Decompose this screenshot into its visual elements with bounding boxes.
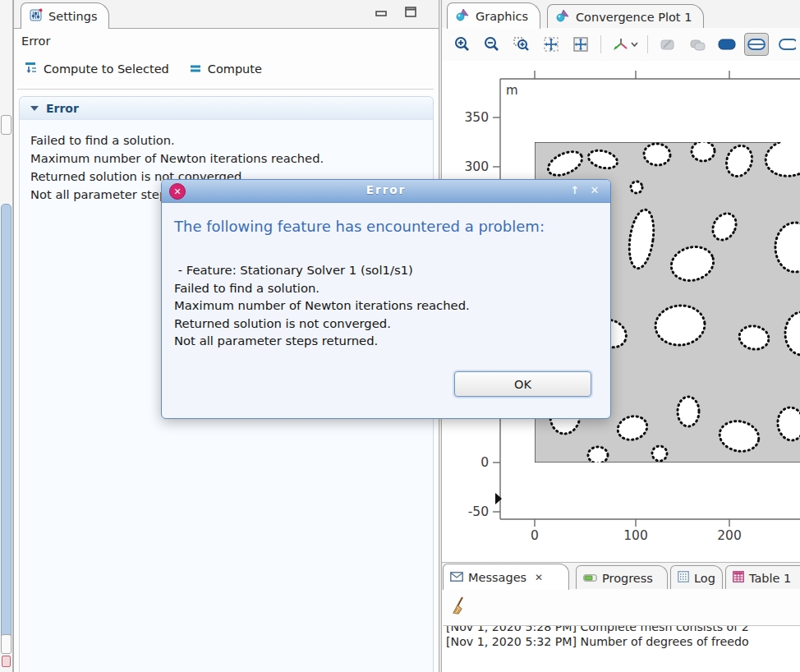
message-line: [Nov 1, 2020 5:32 PM] Number of degrees …	[446, 634, 800, 649]
error-section-header[interactable]: Error	[20, 97, 433, 120]
dialog-body-line: Maximum number of Newton iterations reac…	[174, 297, 470, 315]
tab-graphics[interactable]: Graphics	[447, 2, 540, 29]
progress-bar-icon	[583, 572, 597, 585]
dialog-body-line: Not all parameter steps returned.	[174, 332, 470, 350]
snapshot-button-disabled	[655, 33, 680, 56]
collapse-arrow-icon	[30, 106, 39, 111]
transparency-toggle-icon	[747, 35, 766, 53]
x-tick-label: 100	[623, 528, 648, 543]
tab-convergence-label: Convergence Plot 1	[576, 11, 692, 24]
dialog-body-line: Failed to find a solution.	[174, 279, 470, 297]
tab-messages[interactable]: Messages ✕	[443, 564, 569, 590]
settings-tabbar: Settings	[14, 0, 439, 29]
axis-unit-label: m	[506, 83, 518, 98]
tab-messages-label: Messages	[468, 571, 526, 584]
dialog-body: - Feature: Stationary Solver 1 (sol1/s1)…	[174, 261, 470, 350]
messages-tabbar: Messages ✕ Progress	[442, 563, 800, 590]
y-tick-label: 0	[480, 455, 489, 470]
plot-solid-button[interactable]	[715, 33, 739, 56]
zoom-out-icon	[483, 35, 501, 53]
dialog-heading: The following feature has encountered a …	[174, 218, 545, 235]
compute-to-selected-icon	[25, 61, 38, 77]
clear-messages-button[interactable]	[447, 594, 471, 617]
application-window: Settings Error	[0, 0, 800, 672]
transparency-toggle-button[interactable]	[744, 33, 769, 56]
default-view-axes-icon	[610, 35, 638, 53]
ok-button[interactable]: OK	[454, 371, 591, 397]
error-dialog: ✕ Error ↑ ✕ The following feature has en…	[161, 179, 611, 419]
tab-table-1[interactable]: Table 1	[725, 565, 800, 590]
copy-image-icon	[688, 35, 706, 53]
y-tick-label: -50	[468, 504, 489, 519]
close-tab-icon[interactable]: ✕	[535, 572, 543, 583]
compute-to-selected-button[interactable]: Compute to Selected	[22, 59, 172, 79]
message-line: [Nov 1, 2020 5:28 PM] Complete mesh cons…	[446, 625, 800, 634]
tab-progress[interactable]: Progress	[576, 565, 668, 590]
model-builder-scrollbar[interactable]	[0, 0, 13, 672]
zoom-out-button[interactable]	[480, 33, 504, 56]
scrollbar-thumb[interactable]	[1, 204, 11, 639]
toolbar-separator	[600, 35, 601, 53]
tab-settings-label: Settings	[48, 10, 97, 23]
zoom-in-button[interactable]	[450, 33, 475, 56]
separator	[17, 89, 434, 90]
plot-3d-icon	[556, 9, 570, 25]
messages-log[interactable]: [Nov 1, 2020 5:28 PM] Complete mesh cons…	[443, 625, 800, 672]
tab-convergence-plot[interactable]: Convergence Plot 1	[547, 4, 704, 29]
plot-solid-icon	[717, 35, 737, 53]
messages-toolbar	[442, 589, 800, 625]
compute-icon	[189, 62, 202, 77]
minimize-icon	[375, 10, 388, 18]
toolbar-separator	[647, 35, 648, 53]
dialog-title: Error	[162, 183, 610, 196]
dialog-close-icon[interactable]: ✕	[587, 184, 602, 196]
zoom-in-icon	[453, 35, 471, 53]
error-line: Maximum number of Newton iterations reac…	[30, 150, 426, 168]
tab-graphics-label: Graphics	[476, 10, 528, 23]
log-icon	[678, 571, 689, 585]
dialog-shade-icon[interactable]: ↑	[568, 184, 582, 196]
tab-settings[interactable]: Settings	[21, 2, 109, 29]
compute-label: Compute	[208, 62, 262, 76]
clipped-edge-button[interactable]	[774, 33, 798, 56]
plot-3d-icon	[456, 8, 470, 24]
scrollbar-button-top[interactable]	[1, 115, 11, 135]
x-tick-label: 0	[531, 528, 539, 543]
tab-table-1-label: Table 1	[749, 572, 791, 585]
scrollbar-button-bottom[interactable]	[1, 634, 11, 654]
settings-toolbar: Compute to Selected Compute	[22, 59, 264, 79]
table-icon	[733, 571, 744, 585]
dialog-titlebar[interactable]: ✕ Error ↑ ✕	[162, 180, 610, 203]
zoom-extents-icon	[542, 35, 560, 53]
copy-image-button-disabled	[685, 33, 710, 56]
tab-progress-label: Progress	[602, 572, 653, 585]
compute-to-selected-label: Compute to Selected	[44, 62, 169, 76]
graphics-toolbar	[442, 28, 800, 61]
maximize-panel-button[interactable]	[403, 6, 418, 19]
zoom-to-selection-icon	[572, 35, 590, 53]
minimize-panel-button[interactable]	[374, 7, 389, 21]
default-view-button[interactable]	[609, 33, 640, 56]
graphics-tabbar: Graphics Convergence Plot 1	[442, 0, 800, 29]
dialog-body-line: - Feature: Stationary Solver 1 (sol1/s1)	[174, 261, 470, 279]
broom-icon	[451, 596, 467, 615]
panel-corner-icon	[2, 656, 11, 667]
tab-log[interactable]: Log	[670, 565, 723, 590]
compute-button[interactable]: Compute	[186, 60, 264, 79]
settings-breadcrumb: Error	[21, 35, 50, 48]
envelope-icon	[450, 571, 463, 584]
y-tick-label: 350	[464, 110, 489, 125]
x-tick-label: 200	[717, 528, 742, 543]
messages-panel: Messages ✕ Progress	[441, 562, 800, 672]
axis-marker-icon	[495, 493, 502, 504]
error-section-title: Error	[46, 102, 79, 115]
zoom-to-selection-button[interactable]	[568, 33, 593, 56]
tab-log-label: Log	[694, 572, 715, 585]
zoom-extents-button[interactable]	[539, 33, 563, 56]
error-line: Failed to find a solution.	[30, 131, 426, 150]
settings-icon	[30, 8, 43, 24]
snapshot-icon	[659, 35, 677, 53]
y-tick-label: 300	[464, 159, 489, 174]
zoom-box-button[interactable]	[509, 33, 534, 56]
clipped-edge-icon	[776, 35, 796, 53]
